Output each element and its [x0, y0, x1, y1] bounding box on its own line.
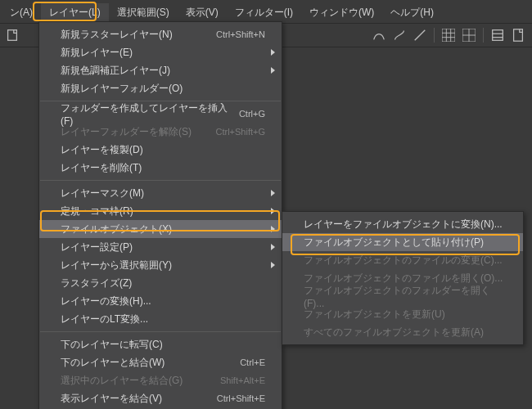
annotation-highlight-layer-menu — [33, 2, 97, 21]
submenu-arrow-icon — [271, 262, 275, 268]
layer-menu-item-19[interactable]: 下のレイヤーに転写(C) — [39, 335, 282, 353]
menu-item-label: レイヤーマスク(M) — [61, 187, 265, 200]
menu-item-label: 新規レイヤーフォルダー(O) — [61, 82, 265, 96]
menu-item-label: レイヤーから選択範囲(Y) — [61, 258, 265, 272]
menubar-item-window[interactable]: ウィンドウ(W) — [301, 3, 382, 21]
submenu-arrow-icon — [271, 49, 275, 56]
layer-menu-item-2[interactable]: 新規色調補正レイヤー(J) — [39, 61, 282, 79]
layer-menu-item-20[interactable]: 下のレイヤーと結合(W)Ctrl+E — [39, 353, 282, 371]
menu-separator — [40, 180, 281, 181]
menu-item-label: 新規ラスターレイヤー(N) — [61, 28, 216, 42]
file-object-submenu-item-5: ファイルオブジェクトを更新(U) — [282, 305, 523, 323]
layer-menu-item-15[interactable]: ラスタライズ(Z) — [39, 274, 282, 292]
file-object-submenu: レイヤーをファイルオブジェクトに変換(N)...ファイルオブジェクトとして貼り付… — [282, 211, 524, 345]
menu-item-label: すべてのファイルオブジェクトを更新(A) — [304, 326, 507, 339]
layer-menu-item-6: レイヤーフォルダーを解除(S)Ctrl+Shift+G — [39, 123, 282, 141]
file-object-submenu-item-4: ファイルオブジェクトのフォルダーを開く(F)... — [282, 287, 523, 305]
menubar-item-selection[interactable]: 選択範囲(S) — [109, 3, 178, 21]
layer-menu-item-14[interactable]: レイヤーから選択範囲(Y) — [39, 256, 282, 274]
svg-rect-18 — [514, 29, 523, 41]
submenu-arrow-icon — [271, 67, 275, 74]
menubar-item-help[interactable]: ヘルプ(H) — [382, 3, 442, 21]
layer-menu-item-0[interactable]: 新規ラスターレイヤー(N)Ctrl+Shift+N — [39, 25, 282, 43]
submenu-arrow-icon — [271, 190, 275, 196]
layer-menu-item-5[interactable]: フォルダーを作成してレイヤーを挿入(F)Ctrl+G — [39, 105, 282, 123]
sidebar — [0, 47, 33, 409]
menubar-item-view[interactable]: 表示(V) — [178, 3, 227, 21]
layer-menu-item-3[interactable]: 新規レイヤーフォルダー(O) — [39, 79, 282, 97]
menu-item-shortcut: Ctrl+G — [239, 109, 265, 119]
svg-rect-15 — [493, 30, 503, 41]
curve-tool-icon[interactable] — [370, 26, 388, 44]
svg-rect-0 — [8, 30, 17, 41]
menu-item-shortcut: Shift+Alt+E — [220, 375, 265, 385]
menu-item-label: 表示レイヤーを結合(V) — [61, 392, 217, 406]
layer-menu-item-22[interactable]: 表示レイヤーを結合(V)Ctrl+Shift+E — [39, 389, 282, 407]
brush-tool-icon[interactable] — [390, 26, 408, 44]
menu-item-label: レイヤー設定(P) — [61, 240, 265, 254]
menubar-item-filter[interactable]: フィルター(I) — [227, 3, 301, 21]
layer-menu-item-7[interactable]: レイヤーを複製(D) — [39, 141, 282, 159]
grid-3x3-icon[interactable] — [460, 26, 478, 44]
annotation-highlight-file-object — [40, 210, 280, 231]
toolbar-separator — [483, 28, 484, 43]
layer-menu-item-17[interactable]: レイヤーのLT変換... — [39, 310, 282, 328]
menu-item-label: ファイルオブジェクトを更新(U) — [304, 308, 507, 321]
menu-item-shortcut: Ctrl+Shift+E — [217, 393, 265, 403]
layer-menu-item-13[interactable]: レイヤー設定(P) — [39, 238, 282, 256]
menu-item-label: レイヤーを削除(T) — [61, 161, 265, 175]
file-object-submenu-item-6: すべてのファイルオブジェクトを更新(A) — [282, 323, 523, 341]
menu-item-label: ファイルオブジェクトのファイルの変更(C)... — [304, 254, 507, 267]
file-object-submenu-item-0[interactable]: レイヤーをファイルオブジェクトに変換(N)... — [282, 215, 523, 233]
menu-item-label: 選択中のレイヤーを結合(G) — [61, 374, 220, 388]
menu-item-label: 新規色調補正レイヤー(J) — [61, 64, 265, 78]
layer-menu-item-16[interactable]: レイヤーの変換(H)... — [39, 292, 282, 310]
menu-separator — [40, 331, 281, 332]
layer-menu-item-21: 選択中のレイヤーを結合(G)Shift+Alt+E — [39, 371, 282, 389]
new-doc-icon[interactable] — [3, 26, 21, 44]
annotation-highlight-paste-as-file-object — [291, 234, 520, 255]
menu-item-label: 下のレイヤーと結合(W) — [61, 356, 240, 370]
menu-item-shortcut: Ctrl+Shift+G — [215, 127, 265, 137]
toolbar-separator — [434, 28, 435, 43]
menu-item-label: レイヤーを複製(D) — [61, 143, 265, 157]
submenu-arrow-icon — [271, 244, 275, 250]
menu-item-label: ラスタライズ(Z) — [61, 276, 265, 290]
menu-item-shortcut: Ctrl+E — [240, 357, 265, 367]
layer-menu-item-8[interactable]: レイヤーを削除(T) — [39, 159, 282, 177]
menu-item-label: 下のレイヤーに転写(C) — [61, 338, 265, 352]
menu-item-label: レイヤーの変換(H)... — [61, 294, 265, 308]
grid-4x4-icon[interactable] — [440, 26, 458, 44]
menu-item-shortcut: Ctrl+Shift+N — [216, 29, 265, 39]
menu-item-label: レイヤーフォルダーを解除(S) — [61, 125, 215, 139]
menu-item-label: レイヤーをファイルオブジェクトに変換(N)... — [304, 218, 507, 231]
menu-item-label: レイヤーのLT変換... — [61, 312, 265, 326]
menu-item-label: 新規レイヤー(E) — [61, 46, 265, 60]
layer-menu-item-10[interactable]: レイヤーマスク(M) — [39, 184, 282, 202]
page-icon[interactable] — [509, 26, 527, 44]
line-tool-icon[interactable] — [411, 26, 429, 44]
layer-menu-item-1[interactable]: 新規レイヤー(E) — [39, 43, 282, 61]
storyboard-icon[interactable] — [489, 26, 507, 44]
